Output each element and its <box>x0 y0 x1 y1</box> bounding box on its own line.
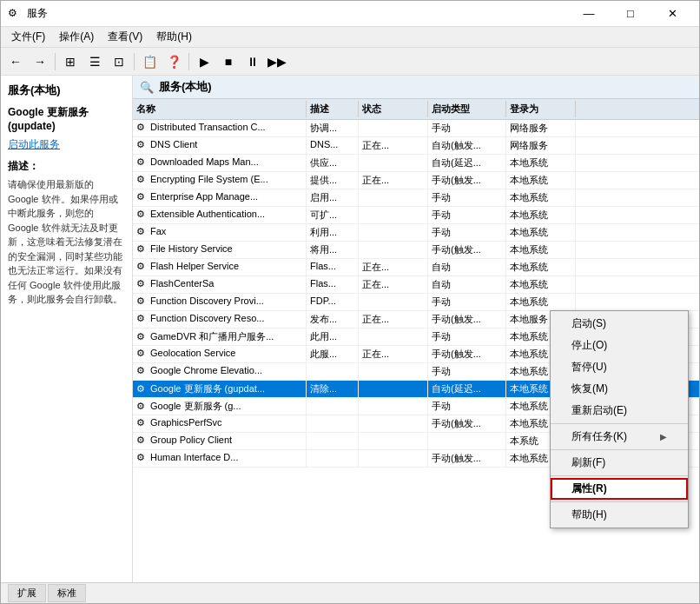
left-panel: 服务(本地) Google 更新服务 (gupdate) 启动此服务 描述： 请… <box>1 76 133 582</box>
context-menu-item[interactable]: 帮助(H) <box>551 504 688 526</box>
cell-name: ⚙Downloaded Maps Man... <box>133 155 307 171</box>
cell-startup: 手动(触发... <box>428 415 506 432</box>
table-row[interactable]: ⚙DNS Client DNS... 正在... 自动(触发... 网络服务 <box>133 137 699 155</box>
help-button[interactable]: ❓ <box>162 51 185 72</box>
cell-desc <box>307 433 359 449</box>
col-header-name[interactable]: 名称 <box>133 101 307 117</box>
title-bar: ⚙ 服务 — □ ✕ <box>1 1 699 27</box>
properties-button[interactable]: ⊡ <box>108 51 130 72</box>
right-panel: 🔍 服务(本地) 名称 描述 状态 启动类型 登录为 ⚙Distributed … <box>133 76 699 582</box>
main-window: ⚙ 服务 — □ ✕ 文件(F) 操作(A) 查看(V) 帮助(H) ← → ⊞… <box>0 0 700 604</box>
cell-login: 本地系统 <box>506 224 576 241</box>
show-hide-button[interactable]: ⊞ <box>59 51 82 72</box>
maximize-button[interactable]: □ <box>611 2 650 26</box>
cell-name: ⚙Group Policy Client <box>133 433 307 449</box>
table-row[interactable]: ⚙Downloaded Maps Man... 供应... 自动(延迟... 本… <box>133 155 699 172</box>
table-row[interactable]: ⚙File History Service 将用... 手动(触发... 本地系… <box>133 242 699 259</box>
cell-login: 本地系统 <box>506 259 576 275</box>
stop-service-button[interactable]: ■ <box>217 51 240 72</box>
cell-startup: 手动(触发... <box>428 450 506 467</box>
menu-file[interactable]: 文件(F) <box>4 28 52 46</box>
cell-desc: DNS... <box>307 137 359 154</box>
cell-name: ⚙Geolocation Service <box>133 346 307 362</box>
cell-desc: 利用... <box>307 224 359 241</box>
cell-startup: 手动 <box>428 224 506 241</box>
start-service-button[interactable]: ▶ <box>193 51 215 72</box>
cell-desc: 清除... <box>307 381 359 397</box>
status-bar: 扩展 标准 <box>1 582 699 603</box>
left-panel-title: 服务(本地) <box>8 83 125 98</box>
start-service-link[interactable]: 启动此服务 <box>8 137 125 152</box>
cell-desc <box>307 415 359 432</box>
standard-tab[interactable]: 标准 <box>48 584 86 602</box>
cell-startup: 手动 <box>428 294 506 310</box>
cell-status <box>359 363 428 380</box>
forward-button[interactable]: → <box>29 51 51 72</box>
context-menu-item[interactable]: 重新启动(E) <box>551 400 688 421</box>
cell-status <box>359 120 428 136</box>
col-header-login[interactable]: 登录为 <box>506 101 576 117</box>
cell-login: 本地系统 <box>506 294 576 310</box>
cell-desc: 提供... <box>307 172 359 189</box>
cell-name: ⚙Function Discovery Provi... <box>133 294 307 310</box>
table-row[interactable]: ⚙Flash Helper Service Flas... 正在... 自动 本… <box>133 259 699 276</box>
minimize-button[interactable]: — <box>569 2 609 26</box>
cell-login: 本地系统 <box>506 242 576 258</box>
cell-login: 本地系统 <box>506 155 576 171</box>
export-button[interactable]: 📋 <box>138 51 161 72</box>
right-header-title: 服务(本地) <box>159 79 212 95</box>
back-button[interactable]: ← <box>4 51 27 72</box>
context-menu-item[interactable]: 停止(O) <box>551 335 688 356</box>
cell-login: 网络服务 <box>506 137 576 154</box>
pause-service-button[interactable]: ⏸ <box>241 51 264 72</box>
ctx-item-label: 恢复(M) <box>571 382 608 396</box>
cell-status: 正在... <box>359 346 428 362</box>
col-header-status[interactable]: 状态 <box>359 101 428 117</box>
cell-name: ⚙Google 更新服务 (gupdat... <box>133 381 307 397</box>
context-menu-item[interactable]: 暂停(U) <box>551 356 688 378</box>
table-row[interactable]: ⚙Fax 利用... 手动 本地系统 <box>133 224 699 242</box>
cell-status <box>359 155 428 171</box>
main-content: 服务(本地) Google 更新服务 (gupdate) 启动此服务 描述： 请… <box>1 76 699 582</box>
table-row[interactable]: ⚙FlashCenterSa Flas... 正在... 自动 本地系统 <box>133 276 699 294</box>
cell-startup: 自动(延迟... <box>428 155 506 171</box>
table-row[interactable]: ⚙Extensible Authentication... 可扩... 手动 本… <box>133 207 699 224</box>
cell-startup: 自动 <box>428 276 506 293</box>
cell-status: 正在... <box>359 311 428 328</box>
cell-login: 网络服务 <box>506 120 576 136</box>
table-row[interactable]: ⚙Distributed Transaction C... 协调... 手动 网… <box>133 120 699 137</box>
toolbar-sep-2 <box>134 53 135 70</box>
table-row[interactable]: ⚙Encrypting File System (E... 提供... 正在..… <box>133 172 699 189</box>
cell-name: ⚙Google Chrome Elevatio... <box>133 363 307 380</box>
context-menu-item[interactable]: 刷新(F) <box>551 452 688 474</box>
resume-service-button[interactable]: ▶▶ <box>266 51 288 72</box>
ctx-item-label: 停止(O) <box>571 338 607 353</box>
cell-status <box>359 294 428 310</box>
col-header-desc[interactable]: 描述 <box>307 101 359 117</box>
menu-action[interactable]: 操作(A) <box>52 28 101 46</box>
context-menu-item[interactable]: 属性(R) <box>551 478 688 500</box>
context-menu-item[interactable]: 启动(S) <box>551 313 688 335</box>
menu-view[interactable]: 查看(V) <box>101 28 149 46</box>
ctx-item-label: 属性(R) <box>571 481 607 496</box>
list-button[interactable]: ☰ <box>83 51 106 72</box>
expand-tab[interactable]: 扩展 <box>8 584 46 602</box>
cell-desc: 启用... <box>307 189 359 206</box>
context-menu-item[interactable]: 所有任务(K)▶ <box>551 426 688 448</box>
cell-status <box>359 224 428 241</box>
context-menu-separator <box>551 501 688 502</box>
table-row[interactable]: ⚙Function Discovery Provi... FDP... 手动 本… <box>133 294 699 311</box>
cell-name: ⚙Extensible Authentication... <box>133 207 307 223</box>
context-menu-item[interactable]: 恢复(M) <box>551 378 688 400</box>
cell-status: 正在... <box>359 259 428 275</box>
close-button[interactable]: ✕ <box>652 2 692 26</box>
cell-status <box>359 189 428 206</box>
service-detail-name: Google 更新服务 (gupdate) <box>8 105 125 132</box>
table-row[interactable]: ⚙Enterprise App Manage... 启用... 手动 本地系统 <box>133 189 699 207</box>
cell-desc <box>307 363 359 380</box>
toolbar-sep-3 <box>188 53 189 70</box>
cell-status <box>359 433 428 449</box>
menu-help[interactable]: 帮助(H) <box>149 28 199 46</box>
cell-desc: 将用... <box>307 242 359 258</box>
col-header-startup[interactable]: 启动类型 <box>428 101 506 117</box>
